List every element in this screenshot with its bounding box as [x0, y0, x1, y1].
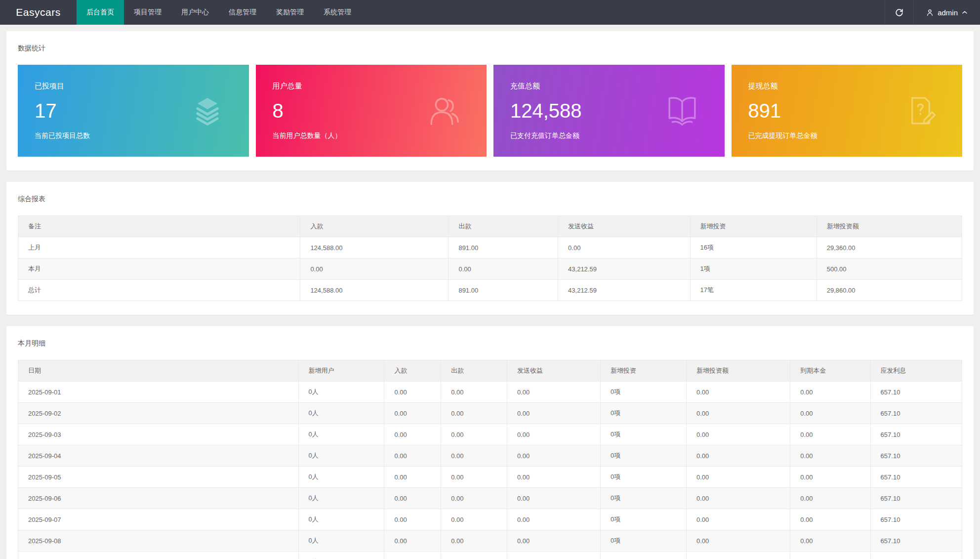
username-label: admin	[938, 8, 958, 17]
table-cell: 17笔	[690, 280, 817, 301]
table-cell: 总计	[18, 280, 300, 301]
stat-card-title: 充值总额	[510, 82, 708, 91]
table-cell: 657.10	[870, 509, 962, 530]
table-cell: 0.00	[441, 403, 507, 424]
table-cell: 0人	[298, 552, 384, 559]
nav-item-3[interactable]: 信息管理	[219, 0, 266, 25]
users-icon	[425, 92, 463, 129]
table-cell: 0.00	[384, 509, 441, 530]
table-cell: 0人	[298, 424, 384, 445]
table-row: 2025-09-060人0.000.000.000项0.000.00657.10	[18, 488, 962, 509]
table-cell: 0.00	[384, 424, 441, 445]
dashboard-page: Easycars 后台首页项目管理用户中心信息管理奖励管理系统管理	[0, 0, 980, 559]
stats-panel: 数据统计 已投项目 17 当前已投项目总数	[6, 31, 974, 171]
file-question-icon	[903, 93, 939, 129]
stat-card-caption: 当前用户总数量（人）	[273, 131, 470, 140]
table-row: 2025-09-080人0.000.000.000项0.000.00657.10	[18, 530, 962, 552]
stat-card-total-withdrawal: 提现总额 891 已完成提现订单总金额	[732, 65, 963, 157]
column-header: 出款	[449, 216, 558, 237]
table-cell: 0项	[601, 509, 687, 530]
nav-item-1[interactable]: 项目管理	[124, 0, 171, 25]
table-cell: 0.00	[507, 509, 600, 530]
table-cell: 0.00	[384, 445, 441, 467]
column-header: 出款	[441, 360, 507, 382]
table-cell: 0.00	[441, 445, 507, 467]
table-cell: 0人	[298, 382, 384, 403]
stat-card-caption: 已完成提现订单总金额	[748, 131, 946, 140]
table-cell: 1项	[690, 258, 817, 280]
table-cell: 0.00	[441, 382, 507, 403]
table-cell: 891.00	[449, 237, 558, 258]
main-nav-menu: 后台首页项目管理用户中心信息管理奖励管理系统管理	[77, 0, 361, 25]
table-cell: 657.10	[870, 403, 962, 424]
table-cell: 2025-09-04	[18, 445, 299, 467]
table-cell: 0.00	[686, 530, 790, 552]
column-header: 日期	[18, 360, 299, 382]
table-cell: 0.00	[686, 403, 790, 424]
summary-report-panel: 综合报表 备注入款出款发送收益新增投资新增投资额上月124,588.00891.…	[6, 182, 974, 315]
stats-section-title: 数据统计	[18, 44, 962, 53]
table-cell: 0.00	[686, 424, 790, 445]
table-cell: 0人	[298, 488, 384, 509]
table-cell: 0.00	[790, 530, 870, 552]
table-cell: 0.00	[790, 552, 870, 559]
table-cell: 0.00	[790, 382, 870, 403]
nav-item-0[interactable]: 后台首页	[77, 0, 124, 25]
table-cell: 2025-09-03	[18, 424, 299, 445]
stat-card-invested-projects: 已投项目 17 当前已投项目总数	[18, 65, 249, 157]
table-cell: 2025-09-06	[18, 488, 299, 509]
column-header: 新增投资额	[817, 216, 962, 237]
table-cell: 2025-09-09	[18, 552, 299, 559]
table-cell: 0项	[601, 403, 687, 424]
nav-item-2[interactable]: 用户中心	[171, 0, 219, 25]
table-cell: 0.00	[507, 467, 600, 488]
table-row: 2025-09-090人0.000.000.000项0.000.00657.10	[18, 552, 962, 559]
table-cell: 0.00	[507, 424, 600, 445]
table-cell: 2025-09-08	[18, 530, 299, 552]
stat-card-title: 已投项目	[35, 82, 232, 91]
table-cell: 0.00	[686, 382, 790, 403]
column-header: 到期本金	[790, 360, 870, 382]
month-detail-panel: 本月明细 日期新增用户入款出款发送收益新增投资新增投资额到期本金应发利息2025…	[6, 326, 974, 559]
layers-icon	[190, 93, 225, 129]
table-row: 2025-09-030人0.000.000.000项0.000.00657.10	[18, 424, 962, 445]
summary-report-table: 备注入款出款发送收益新增投资新增投资额上月124,588.00891.000.0…	[18, 215, 962, 301]
table-cell: 0.00	[384, 488, 441, 509]
table-cell: 43,212.59	[558, 258, 691, 280]
table-cell: 0.00	[441, 424, 507, 445]
nav-item-4[interactable]: 奖励管理	[266, 0, 314, 25]
table-cell: 0.00	[686, 467, 790, 488]
summary-report-title: 综合报表	[18, 195, 962, 204]
stat-card-title: 提现总额	[748, 82, 946, 91]
user-menu[interactable]: admin	[913, 0, 980, 25]
column-header: 发送收益	[507, 360, 600, 382]
column-header: 新增投资额	[686, 360, 790, 382]
table-cell: 0.00	[790, 467, 870, 488]
table-cell: 0.00	[384, 530, 441, 552]
table-cell: 0.00	[507, 382, 600, 403]
table-cell: 0.00	[790, 445, 870, 467]
table-cell: 0.00	[384, 382, 441, 403]
refresh-button[interactable]	[885, 0, 913, 25]
table-cell: 0项	[601, 467, 687, 488]
table-cell: 657.10	[870, 445, 962, 467]
table-row: 2025-09-050人0.000.000.000项0.000.00657.10	[18, 467, 962, 488]
table-cell: 0人	[298, 445, 384, 467]
stat-card-total-recharge: 充值总额 124,588 已支付充值订单总金额	[493, 65, 725, 157]
table-cell: 0.00	[558, 237, 691, 258]
table-row: 2025-09-040人0.000.000.000项0.000.00657.10	[18, 445, 962, 467]
table-cell: 500.00	[817, 258, 962, 280]
table-cell: 0项	[601, 445, 687, 467]
top-navbar: Easycars 后台首页项目管理用户中心信息管理奖励管理系统管理	[0, 0, 980, 25]
table-cell: 29,360.00	[817, 237, 962, 258]
navbar-right: admin	[885, 0, 980, 25]
nav-item-5[interactable]: 系统管理	[314, 0, 361, 25]
table-cell: 0项	[601, 530, 687, 552]
table-cell: 657.10	[870, 424, 962, 445]
table-cell: 0.00	[686, 509, 790, 530]
month-detail-table: 日期新增用户入款出款发送收益新增投资新增投资额到期本金应发利息2025-09-0…	[18, 360, 962, 559]
table-cell: 29,860.00	[817, 280, 962, 301]
table-cell: 0.00	[790, 509, 870, 530]
table-cell: 16项	[690, 237, 817, 258]
table-cell: 0.00	[441, 509, 507, 530]
